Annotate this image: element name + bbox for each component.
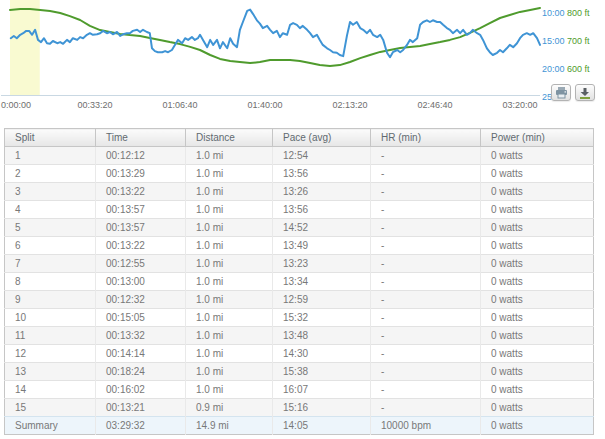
cell: 4 [5, 201, 96, 219]
cell: 1.0 mi [186, 237, 273, 255]
split-row-6[interactable]: 600:13:221.0 mi13:49-0 watts [5, 237, 594, 255]
cell: 00:13:21 [96, 399, 186, 417]
cell: 1.0 mi [186, 201, 273, 219]
cell: 16:07 [273, 381, 371, 399]
download-icon [579, 87, 591, 99]
export-chart-button[interactable] [575, 84, 595, 101]
split-row-8[interactable]: 800:13:001.0 mi13:34-0 watts [5, 273, 594, 291]
cell: - [371, 201, 481, 219]
cell: 5 [5, 219, 96, 237]
cell: 00:13:32 [96, 327, 186, 345]
split-row-10[interactable]: 1000:15:051.0 mi15:32-0 watts [5, 309, 594, 327]
cell: 0 watts [481, 165, 594, 183]
cell: 13 [5, 363, 96, 381]
cell: 14:05 [273, 417, 371, 435]
cell: 1.0 mi [186, 273, 273, 291]
cell: 00:13:22 [96, 237, 186, 255]
cell: 15:38 [273, 363, 371, 381]
cell: 0 watts [481, 363, 594, 381]
print-chart-button[interactable] [551, 84, 571, 101]
x-tick-label: 01:40:00 [247, 100, 282, 110]
cell: 1.0 mi [186, 363, 273, 381]
cell: 12 [5, 345, 96, 363]
cell: 0 watts [481, 381, 594, 399]
column-header-power-min[interactable]: Power (min) [481, 129, 594, 147]
cell: 8 [5, 273, 96, 291]
pace-line [11, 10, 540, 58]
cell: 0 watts [481, 201, 594, 219]
cell: - [371, 363, 481, 381]
cell: - [371, 291, 481, 309]
cell: - [371, 381, 481, 399]
x-tick-label: 01:06:40 [162, 100, 197, 110]
cell: 0 watts [481, 147, 594, 165]
pace-axis-tick-label: 20:00 [542, 64, 565, 74]
cell: 3 [5, 183, 96, 201]
split-row-5[interactable]: 500:13:571.0 mi14:52-0 watts [5, 219, 594, 237]
x-tick-label: 02:46:40 [417, 100, 452, 110]
split-row-13[interactable]: 1300:18:241.0 mi15:38-0 watts [5, 363, 594, 381]
cell: 15 [5, 399, 96, 417]
column-header-time[interactable]: Time [96, 129, 186, 147]
splits-table: SplitTimeDistancePace (avg)HR (min)Power… [4, 128, 594, 435]
split-row-12[interactable]: 1200:14:141.0 mi14:30-0 watts [5, 345, 594, 363]
cell: 00:13:57 [96, 219, 186, 237]
column-header-pace-avg[interactable]: Pace (avg) [273, 129, 371, 147]
chart-canvas: 0:00:0000:33:2001:06:4001:40:0002:13:200… [0, 0, 605, 128]
printer-icon [555, 87, 568, 99]
cell: 1 [5, 147, 96, 165]
split-row-11[interactable]: 1100:13:321.0 mi13:48-0 watts [5, 327, 594, 345]
cell: 1.0 mi [186, 327, 273, 345]
cell: - [371, 183, 481, 201]
summary-row[interactable]: Summary03:29:3214.9 mi14:0510000 bpm0 wa… [5, 417, 594, 435]
cell: 00:13:00 [96, 273, 186, 291]
split-row-14[interactable]: 1400:16:021.0 mi16:07-0 watts [5, 381, 594, 399]
cell: - [371, 399, 481, 417]
cell: 00:12:32 [96, 291, 186, 309]
cell: 13:56 [273, 201, 371, 219]
cell: 6 [5, 237, 96, 255]
cell: 13:49 [273, 237, 371, 255]
cell: 14.9 mi [186, 417, 273, 435]
cell: 1.0 mi [186, 147, 273, 165]
cell: 00:15:05 [96, 309, 186, 327]
cell: 0 watts [481, 345, 594, 363]
cell: 12:59 [273, 291, 371, 309]
cell: 00:13:57 [96, 201, 186, 219]
x-tick-label: 02:13:20 [332, 100, 367, 110]
cell: 1.0 mi [186, 309, 273, 327]
cell: 1.0 mi [186, 219, 273, 237]
cell: 0 watts [481, 219, 594, 237]
cell: 13:34 [273, 273, 371, 291]
column-header-split[interactable]: Split [5, 129, 96, 147]
column-header-distance[interactable]: Distance [186, 129, 273, 147]
split-row-7[interactable]: 700:12:551.0 mi13:23-0 watts [5, 255, 594, 273]
split-row-4[interactable]: 400:13:571.0 mi13:56-0 watts [5, 201, 594, 219]
cell: - [371, 345, 481, 363]
split-row-2[interactable]: 200:13:291.0 mi13:56-0 watts [5, 165, 594, 183]
cell: 14:30 [273, 345, 371, 363]
cell: 00:13:29 [96, 165, 186, 183]
cell: 03:29:32 [96, 417, 186, 435]
cell: - [371, 273, 481, 291]
cell: - [371, 237, 481, 255]
cell: 1.0 mi [186, 345, 273, 363]
cell: 12:54 [273, 147, 371, 165]
split-row-15[interactable]: 1500:13:210.9 mi15:16-0 watts [5, 399, 594, 417]
cell: 00:18:24 [96, 363, 186, 381]
cell: 00:14:14 [96, 345, 186, 363]
cell: 0 watts [481, 309, 594, 327]
cell: - [371, 327, 481, 345]
elevation-axis-tick-label: 700 ft [567, 36, 590, 46]
column-header-hr-min[interactable]: HR (min) [371, 129, 481, 147]
split-row-3[interactable]: 300:13:221.0 mi13:26-0 watts [5, 183, 594, 201]
pace-elevation-chart: 0:00:0000:33:2001:06:4001:40:0002:13:200… [0, 0, 605, 128]
cell: 15:32 [273, 309, 371, 327]
pace-axis-tick-label: 10:00 [542, 8, 565, 18]
cell: 9 [5, 291, 96, 309]
split-row-9[interactable]: 900:12:321.0 mi12:59-0 watts [5, 291, 594, 309]
split-row-1[interactable]: 100:12:121.0 mi12:54-0 watts [5, 147, 594, 165]
cell: 0 watts [481, 183, 594, 201]
cell: 13:56 [273, 165, 371, 183]
x-tick-label: 0:00:00 [1, 100, 31, 110]
